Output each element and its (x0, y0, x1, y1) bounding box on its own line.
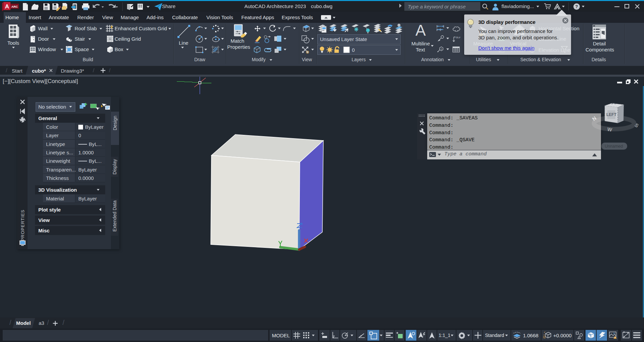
svg-text:A: A (5, 3, 9, 10)
svg-text:!: ! (615, 336, 615, 339)
svg-text:W: W (607, 126, 613, 132)
svg-text:09.A: 09.A (456, 36, 460, 39)
svg-text:ARC: ARC (11, 5, 18, 8)
svg-text:1: 1 (441, 48, 442, 50)
svg-text:LEFT: LEFT (606, 112, 617, 117)
svg-text:?: ? (575, 4, 578, 9)
